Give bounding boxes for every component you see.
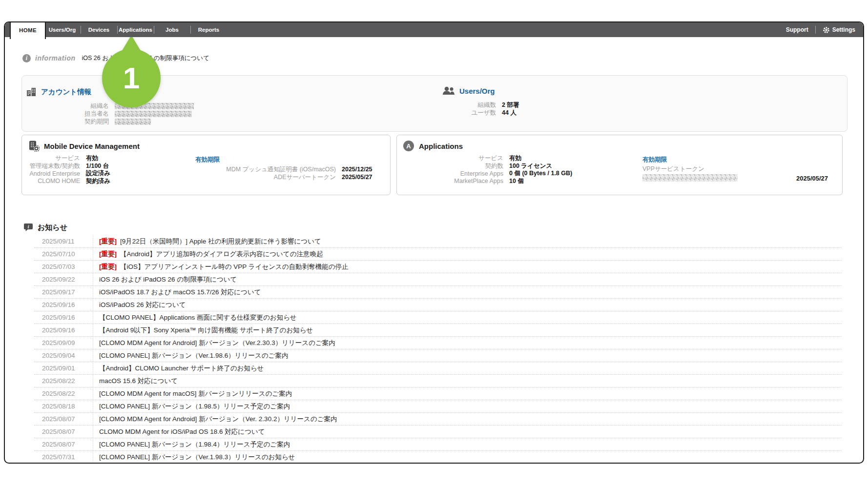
- field-label: ユーザ数: [411, 109, 496, 117]
- news-date: 2025/09/16: [34, 326, 93, 334]
- masked-value: [115, 111, 192, 117]
- clomo-panel-home-page: HOME Users/OrgDevicesApplicationsJobsRep…: [0, 0, 868, 488]
- news-title: [重要]【Android】アプリ追加時のダイアログ表示内容についての注意喚起: [93, 248, 323, 260]
- news-item[interactable]: 2025/08/07[CLOMO PANEL] 新バージョン（1.98.4）リリ…: [34, 438, 842, 451]
- news-title-text: [CLOMO MDM Agent for Android] 新バージョン（Ver…: [99, 339, 335, 347]
- nav-tabs: Users/OrgDevicesApplicationsJobsReports: [44, 22, 227, 37]
- tab-home[interactable]: HOME: [10, 21, 46, 39]
- tab-applications[interactable]: Applications: [117, 22, 154, 37]
- news-item[interactable]: 2025/09/16【CLOMO PANEL】Applications 画面に関…: [34, 311, 842, 324]
- news-item[interactable]: 2025/09/09[CLOMO MDM Agent for Android] …: [34, 337, 842, 349]
- settings-link[interactable]: Settings: [823, 26, 855, 34]
- field-label: MDM プッシュ通知証明書 (iOS/macOS): [49, 165, 336, 174]
- field-value: 有効: [509, 154, 521, 163]
- news-title-text: 【Android 9以下】Sony Xperia™ 向け固有機能 サポート終了の…: [99, 326, 313, 335]
- field-value: 有効: [86, 154, 98, 163]
- mdm-card: Mobile Device Management サービス有効管理端末数/契約数…: [21, 135, 391, 195]
- news-title: [CLOMO PANEL] 新バージョン（Ver.1.98.6）リリースのご案内: [93, 349, 288, 362]
- mdm-header: Mobile Device Management: [28, 140, 140, 152]
- news-title-text: 【CLOMO PANEL】Applications 画面に関する仕様変更のお知ら…: [99, 313, 297, 322]
- news-title-text: [CLOMO MDM Agent for macOS] 新バージョンリリースのご…: [99, 389, 292, 398]
- tab-users-org[interactable]: Users/Org: [44, 22, 81, 37]
- mdm-expiry-link[interactable]: 有効期限: [195, 156, 220, 164]
- field-value: 2 部署: [502, 101, 519, 109]
- applications-fields: サービス有効契約数100 ライセンスEnterprise Apps0 個 (0 …: [397, 155, 572, 185]
- news-item[interactable]: 2025/08/07CLOMO MDM Agent for iOS/iPad O…: [34, 426, 842, 438]
- support-link[interactable]: Support: [786, 26, 808, 33]
- news-title: iOS/iPadOS 18.7 および macOS 15.7/26 対応について: [93, 286, 261, 298]
- news-title-text: [CLOMO PANEL] 新バージョン（1.98.5）リリース予定のご案内: [99, 402, 290, 411]
- svg-text:A: A: [406, 142, 411, 150]
- field-value: 2025/05/27: [342, 174, 372, 181]
- news-item[interactable]: 2025/09/04[CLOMO PANEL] 新バージョン（Ver.1.98.…: [34, 349, 842, 362]
- news-title: お知らせ: [38, 223, 67, 232]
- news-item[interactable]: 2025/09/17iOS/iPadOS 18.7 および macOS 15.7…: [34, 286, 842, 299]
- field-label: サービス: [22, 154, 80, 163]
- news-item[interactable]: 2025/09/22iOS 26 および iPadOS 26 の制限事項について: [34, 273, 842, 286]
- news-title: [CLOMO MDM Agent for Android] 新バージョン（Ver…: [93, 337, 335, 349]
- news-item[interactable]: 2025/08/18[CLOMO PANEL] 新バージョン（1.98.5）リリ…: [34, 400, 842, 413]
- account-info-header: アカウント情報: [26, 86, 91, 97]
- news-date: 2025/09/22: [34, 276, 93, 283]
- news-header: i お知らせ: [23, 223, 67, 232]
- news-list: 2025/09/11[重要][9月22日（米国時間）] Apple 社の利用規約…: [34, 235, 842, 464]
- field-row: 担当者名: [22, 110, 194, 118]
- news-title: macOS 15.6 対応について: [93, 375, 178, 387]
- vpp-token-masked-value: [642, 174, 738, 182]
- field-value: 44 人: [502, 109, 517, 117]
- field-row: Enterprise Apps0 個 (0 Bytes / 1.8 GB): [397, 170, 572, 178]
- field-row: MarketPlace Apps10 個: [397, 178, 572, 185]
- tab-reports[interactable]: Reports: [190, 22, 227, 37]
- field-value: 2025/12/25: [342, 166, 372, 173]
- news-item[interactable]: 2025/09/16iOS/iPadOS 26 対応について: [34, 299, 842, 311]
- news-title-text: macOS 15.6 対応について: [99, 377, 178, 386]
- news-date: 2025/09/11: [34, 238, 93, 245]
- news-title-text: iOS/iPadOS 26 対応について: [99, 301, 186, 309]
- field-row: サービス有効: [397, 155, 572, 163]
- tab-devices[interactable]: Devices: [81, 22, 117, 37]
- news-item[interactable]: 2025/07/10[重要]【Android】アプリ追加時のダイアログ表示内容に…: [34, 248, 842, 261]
- tab-jobs[interactable]: Jobs: [154, 22, 190, 37]
- news-title: [重要]【iOS】アプリアンインストール時の VPP ライセンスの自動剥奪機能の…: [93, 261, 348, 273]
- news-item[interactable]: 2025/09/16【Android 9以下】Sony Xperia™ 向け固有…: [34, 324, 842, 337]
- vpp-expiry-link[interactable]: 有効期限: [642, 156, 667, 164]
- field-value: 0 個 (0 Bytes / 1.8 GB): [509, 169, 572, 178]
- news-item[interactable]: 2025/08/22[CLOMO MDM Agent for macOS] 新バ…: [34, 387, 842, 400]
- news-item[interactable]: 2025/07/03[重要]【iOS】アプリアンインストール時の VPP ライセ…: [34, 261, 842, 273]
- news-item[interactable]: 2025/08/22macOS 15.6 対応について: [34, 375, 842, 387]
- news-date: 2025/08/18: [34, 403, 93, 410]
- news-date: 2025/09/01: [34, 365, 93, 372]
- settings-label: Settings: [832, 26, 855, 33]
- field-row: 契約期間: [22, 118, 194, 125]
- users-icon: [442, 86, 455, 95]
- news-title: [CLOMO PANEL] 新バージョン（Ver.1.98.3）リリースのお知ら…: [93, 451, 295, 463]
- news-date: 2025/08/07: [34, 415, 93, 423]
- news-title: 【Android】CLOMO Launcher サポート終了のお知らせ: [93, 362, 264, 374]
- news-item[interactable]: 2025/07/31[CLOMO PANEL] 新バージョン（Ver.1.98.…: [34, 451, 842, 464]
- news-title: CLOMO MDM Agent for iOS/iPad OS 18.6 対応に…: [93, 426, 265, 438]
- mdm-expiry-fields: MDM プッシュ通知証明書 (iOS/macOS)2025/12/25ADEサー…: [49, 165, 372, 181]
- news-title-text: 【iOS】アプリアンインストール時の VPP ライセンスの自動剥奪機能の停止: [120, 263, 348, 271]
- news-title-text: [CLOMO MDM Agent for Android] 新バージョン（Ver…: [99, 415, 337, 424]
- applications-title: Applications: [419, 142, 463, 150]
- news-date: 2025/08/07: [34, 441, 93, 448]
- news-item[interactable]: 2025/09/11[重要][9月22日（米国時間）] Apple 社の利用規約…: [34, 235, 842, 248]
- field-label: Enterprise Apps: [397, 170, 503, 177]
- vpp-token-label: VPPサービストークン: [642, 165, 704, 173]
- news-title-text: [CLOMO PANEL] 新バージョン（1.98.4）リリース予定のご案内: [99, 440, 290, 449]
- field-value: 100 ライセンス: [509, 162, 552, 170]
- news-title-text: [9月22日（米国時間）] Apple 社の利用規約更新に伴う影響について: [120, 237, 321, 246]
- news-item[interactable]: 2025/09/01【Android】CLOMO Launcher サポート終了…: [34, 362, 842, 375]
- news-date: 2025/07/10: [34, 250, 93, 258]
- applications-header: A Applications: [403, 140, 463, 152]
- news-title-text: [CLOMO PANEL] 新バージョン（Ver.1.98.6）リリースのご案内: [99, 351, 288, 360]
- field-value: 10 個: [509, 177, 524, 185]
- news-title-text: CLOMO MDM Agent for iOS/iPad OS 18.6 対応に…: [99, 427, 265, 436]
- news-item[interactable]: 2025/08/07[CLOMO MDM Agent for Android] …: [34, 413, 842, 426]
- field-row: 契約数100 ライセンス: [397, 163, 572, 170]
- field-row: MDM プッシュ通知証明書 (iOS/macOS)2025/12/25: [49, 165, 372, 173]
- news-date: 2025/07/03: [34, 263, 93, 270]
- important-badge: [重要]: [99, 250, 117, 259]
- news-title-text: iOS 26 および iPadOS 26 の制限事項について: [99, 275, 237, 284]
- step-1-annotation: 1: [97, 34, 165, 110]
